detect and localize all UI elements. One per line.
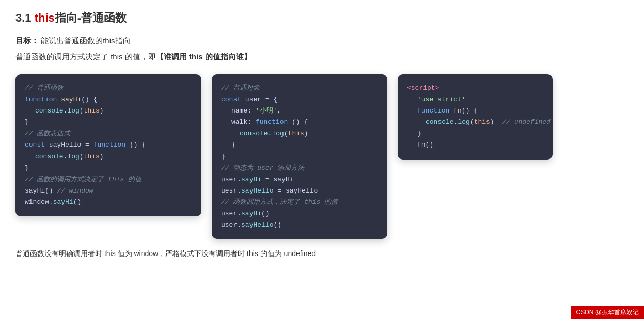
card2-line1: const user = { — [221, 94, 378, 105]
code-card-3: <script> 'use strict' function fn() { co… — [398, 74, 553, 160]
bottom-note-text: 普通函数没有明确调用者时 this 值为 window，严格模式下没有调用者时 … — [15, 249, 316, 258]
title-highlight: this — [35, 11, 55, 24]
card3-line1: 'use strict' — [407, 94, 543, 105]
card2-comment1: // 普通对象 — [221, 83, 378, 94]
card3-line2: function fn() { — [407, 105, 543, 117]
card2-comment3: // 函数调用方式，决定了 this 的值 — [221, 197, 378, 208]
card2-line10: user.sayHello() — [221, 219, 378, 231]
card1-line7: sayHi() // window — [25, 185, 192, 197]
card1-comment3: // 函数的调用方式决定了 this 的值 — [25, 174, 192, 185]
card1-comment1: // 普通函数 — [25, 83, 192, 94]
card3-line4: } — [407, 128, 543, 139]
code-card-2: // 普通对象 const user = { name: '小明', walk:… — [212, 74, 387, 239]
card2-line4: console.log(this) — [221, 128, 378, 139]
card1-line3: } — [25, 117, 192, 128]
card3-line3: console.log(this) // undefined — [407, 117, 543, 128]
description-line: 普通函数的调用方式决定了 this 的值，即【谁调用 this 的值指向谁】 — [15, 52, 629, 62]
title-suffix: 指向-普通函数 — [55, 11, 127, 24]
card2-line9: user.sayHi() — [221, 208, 378, 219]
card1-line2: console.log(this) — [25, 105, 192, 117]
bottom-note: 普通函数没有明确调用者时 this 值为 window，严格模式下没有调用者时 … — [15, 249, 629, 269]
card2-line7: user.sayHi = sayHi — [221, 174, 378, 185]
card1-line4: const sayHello = function () { — [25, 139, 192, 151]
card2-line5: } — [221, 139, 378, 151]
card2-line3: walk: function () { — [221, 117, 378, 128]
objective-line: 目标： 能说出普通函数的this指向 — [15, 36, 629, 46]
objective-text: 能说出普通函数的this指向 — [39, 36, 131, 45]
code-blocks-row: // 普通函数 function sayHi() { console.log(t… — [15, 74, 629, 239]
card2-line8: uesr.sayHello = sayHello — [221, 185, 378, 197]
card1-line8: window.sayHi() — [25, 197, 192, 208]
title-prefix: 3.1 — [15, 11, 35, 24]
watermark: CSDN @振华首席娱记 — [571, 306, 644, 319]
page-title: 3.1 this指向-普通函数 — [15, 10, 629, 26]
card1-comment2: // 函数表达式 — [25, 128, 192, 139]
card1-line1: function sayHi() { — [25, 94, 192, 105]
card1-line6: } — [25, 163, 192, 174]
watermark-text: CSDN @振华首席娱记 — [576, 309, 639, 316]
card3-line5: fn() — [407, 139, 543, 151]
card2-comment2: // 动态为 user 添加方法 — [221, 163, 378, 174]
card2-line2: name: '小明', — [221, 105, 378, 117]
code-card-1: // 普通函数 function sayHi() { console.log(t… — [15, 74, 201, 216]
objective-label: 目标： — [15, 36, 39, 45]
card1-line5: console.log(this) — [25, 151, 192, 163]
card2-line6: } — [221, 151, 378, 163]
card3-tag: <script> — [407, 83, 543, 94]
